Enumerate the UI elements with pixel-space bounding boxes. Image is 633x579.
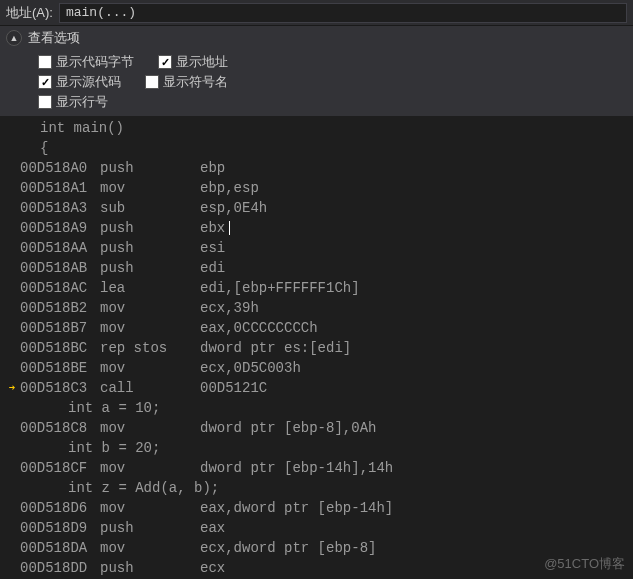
asm-mnemonic: mov [100, 298, 200, 318]
option-show-symbol-names[interactable]: 显示符号名 [145, 73, 228, 91]
asm-address: 00D518A9 [20, 218, 100, 238]
asm-line[interactable]: 00D518A3 subesp,0E4h [0, 198, 633, 218]
asm-operands: ecx [200, 558, 225, 578]
text-cursor [229, 221, 230, 235]
asm-address: 00D518AA [20, 238, 100, 258]
checkbox-icon[interactable]: ✓ [38, 75, 52, 89]
asm-address: 00D518C3 [20, 378, 100, 398]
asm-address: 00D518DD [20, 558, 100, 578]
asm-operands: dword ptr [ebp-8],0Ah [200, 418, 376, 438]
asm-operands: ecx,39h [200, 298, 259, 318]
collapse-icon[interactable]: ▲ [6, 30, 22, 46]
option-show-source[interactable]: ✓ 显示源代码 [38, 73, 121, 91]
asm-line[interactable]: 00D518BC rep stosdword ptr es:[edi] [0, 338, 633, 358]
options-header-label: 查看选项 [28, 29, 80, 47]
source-text: int b = 20; [20, 438, 160, 458]
asm-mnemonic: mov [100, 538, 200, 558]
asm-operands: 00D5121C [200, 378, 267, 398]
asm-line[interactable]: 00D518AA pushesi [0, 238, 633, 258]
option-label: 显示行号 [56, 93, 108, 111]
asm-mnemonic: lea [100, 278, 200, 298]
source-line[interactable]: int a = 10; [0, 398, 633, 418]
asm-line[interactable]: 00D518D6 moveax,dword ptr [ebp-14h] [0, 498, 633, 518]
asm-address: 00D518B2 [20, 298, 100, 318]
checkbox-icon[interactable] [145, 75, 159, 89]
asm-line[interactable]: 00D518A0 pushebp [0, 158, 633, 178]
source-line[interactable]: int main() [0, 118, 633, 138]
asm-operands: dword ptr [ebp-14h],14h [200, 458, 393, 478]
asm-line[interactable]: 00D518AC leaedi,[ebp+FFFFFF1Ch] [0, 278, 633, 298]
asm-mnemonic: push [100, 238, 200, 258]
asm-operands: ebx [200, 218, 225, 238]
source-text: int main() [20, 118, 124, 138]
checkbox-icon[interactable] [38, 95, 52, 109]
source-text: { [20, 138, 48, 158]
address-input[interactable] [59, 3, 627, 23]
asm-operands: eax [200, 518, 225, 538]
option-label: 显示代码字节 [56, 53, 134, 71]
asm-line[interactable]: 00D518AB pushedi [0, 258, 633, 278]
current-instruction-arrow-icon: ➔ [9, 378, 16, 398]
option-show-line-numbers[interactable]: 显示行号 [38, 93, 108, 111]
asm-address: 00D518BE [20, 358, 100, 378]
asm-line[interactable]: 00D518BE movecx,0D5C003h [0, 358, 633, 378]
source-line[interactable]: { [0, 138, 633, 158]
source-line[interactable]: int b = 20; [0, 438, 633, 458]
asm-operands: ebp [200, 158, 225, 178]
asm-line[interactable]: 00D518C8 movdword ptr [ebp-8],0Ah [0, 418, 633, 438]
asm-address: 00D518CF [20, 458, 100, 478]
asm-mnemonic: push [100, 518, 200, 538]
asm-address: 00D518AB [20, 258, 100, 278]
asm-operands: esi [200, 238, 225, 258]
asm-operands: edi [200, 258, 225, 278]
asm-line[interactable]: 00D518DA movecx,dword ptr [ebp-8] [0, 538, 633, 558]
asm-line[interactable]: 00D518B2 movecx,39h [0, 298, 633, 318]
asm-address: 00D518DA [20, 538, 100, 558]
asm-line[interactable]: 00D518D9 pusheax [0, 518, 633, 538]
asm-line[interactable]: ➔00D518C3 call00D5121C [0, 378, 633, 398]
options-panel: 显示代码字节 ✓ 显示地址 ✓ 显示源代码 显示符号名 显示行号 [0, 50, 633, 116]
asm-line[interactable]: 00D518A9 pushebx [0, 218, 633, 238]
asm-operands: eax,dword ptr [ebp-14h] [200, 498, 393, 518]
watermark: @51CTO博客 [544, 555, 625, 573]
address-label: 地址(A): [6, 4, 53, 22]
asm-address: 00D518A1 [20, 178, 100, 198]
asm-mnemonic: mov [100, 498, 200, 518]
asm-mnemonic: mov [100, 358, 200, 378]
address-bar: 地址(A): [0, 0, 633, 26]
asm-operands: ecx,dword ptr [ebp-8] [200, 538, 376, 558]
asm-mnemonic: push [100, 258, 200, 278]
asm-address: 00D518D9 [20, 518, 100, 538]
asm-address: 00D518BC [20, 338, 100, 358]
asm-mnemonic: mov [100, 418, 200, 438]
option-show-address[interactable]: ✓ 显示地址 [158, 53, 228, 71]
asm-mnemonic: push [100, 558, 200, 578]
asm-line[interactable]: 00D518B7 moveax,0CCCCCCCCh [0, 318, 633, 338]
asm-operands: edi,[ebp+FFFFFF1Ch] [200, 278, 360, 298]
asm-mnemonic: push [100, 218, 200, 238]
asm-mnemonic: call [100, 378, 200, 398]
disassembly-view[interactable]: int main(){00D518A0 pushebp00D518A1 move… [0, 116, 633, 579]
asm-address: 00D518A3 [20, 198, 100, 218]
asm-operands: esp,0E4h [200, 198, 267, 218]
option-label: 显示地址 [176, 53, 228, 71]
checkbox-icon[interactable]: ✓ [158, 55, 172, 69]
source-text: int a = 10; [20, 398, 160, 418]
asm-operands: dword ptr es:[edi] [200, 338, 351, 358]
asm-mnemonic: mov [100, 318, 200, 338]
asm-address: 00D518C8 [20, 418, 100, 438]
asm-mnemonic: push [100, 158, 200, 178]
asm-line[interactable]: 00D518CF movdword ptr [ebp-14h],14h [0, 458, 633, 478]
asm-mnemonic: mov [100, 458, 200, 478]
asm-line[interactable]: 00D518DD pushecx [0, 558, 633, 578]
asm-address: 00D518AC [20, 278, 100, 298]
asm-line[interactable]: 00D518A1 movebp,esp [0, 178, 633, 198]
asm-operands: eax,0CCCCCCCCh [200, 318, 318, 338]
checkbox-icon[interactable] [38, 55, 52, 69]
option-show-code-bytes[interactable]: 显示代码字节 [38, 53, 134, 71]
asm-operands: ecx,0D5C003h [200, 358, 301, 378]
asm-mnemonic: mov [100, 178, 200, 198]
source-line[interactable]: int z = Add(a, b); [0, 478, 633, 498]
asm-mnemonic: sub [100, 198, 200, 218]
asm-address: 00D518D6 [20, 498, 100, 518]
